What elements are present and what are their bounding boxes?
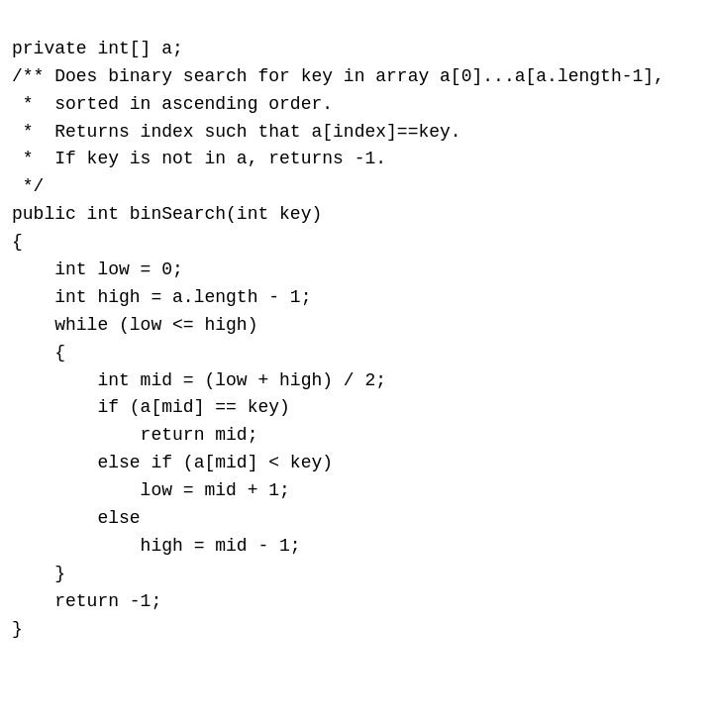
code-line: } xyxy=(12,561,698,588)
code-line: { xyxy=(12,340,698,367)
code-line: * Returns index such that a[index]==key. xyxy=(12,119,698,147)
code-line: { xyxy=(12,229,698,257)
code-line: int low = 0; xyxy=(12,257,698,284)
code-line: public int binSearch(int key) xyxy=(12,201,698,229)
code-line: high = mid - 1; xyxy=(12,533,698,561)
code-line: int mid = (low + high) / 2; xyxy=(12,367,698,395)
code-line: return mid; xyxy=(12,422,698,450)
code-line: /** Does binary search for key in array … xyxy=(12,63,698,91)
code-line: int high = a.length - 1; xyxy=(12,284,698,312)
code-line: */ xyxy=(12,173,698,201)
code-line: * sorted in ascending order. xyxy=(12,91,698,119)
code-display: private int[] a;/** Does binary search f… xyxy=(12,8,698,643)
code-line: return -1; xyxy=(12,588,698,616)
code-line: while (low <= high) xyxy=(12,312,698,340)
code-line: else if (a[mid] < key) xyxy=(12,450,698,477)
code-line: * If key is not in a, returns -1. xyxy=(12,146,698,173)
code-line: if (a[mid] == key) xyxy=(12,394,698,422)
code-line: private int[] a; xyxy=(12,36,698,63)
code-line: } xyxy=(12,616,698,644)
code-line: else xyxy=(12,505,698,533)
code-line: low = mid + 1; xyxy=(12,477,698,505)
